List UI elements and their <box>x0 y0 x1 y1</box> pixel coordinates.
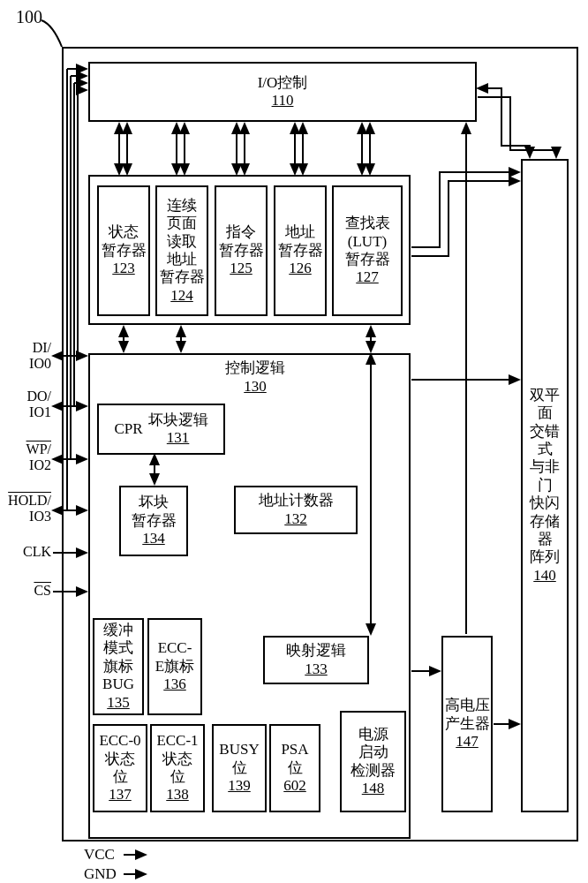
pin-di-2: IO0 <box>29 356 51 371</box>
psa-box: PSA 位 602 <box>269 724 320 812</box>
ecc0-num: 137 <box>109 786 132 804</box>
addr-counter-num: 132 <box>284 510 307 528</box>
ref-number: 100 <box>16 7 42 27</box>
io-control-num: 110 <box>272 92 294 109</box>
pin-do-1: DO/ <box>26 389 51 404</box>
psd-l3: 检测器 <box>351 762 396 780</box>
control-logic-label: 控制逻辑 130 <box>225 358 285 396</box>
pin-di: DI/ IO0 <box>7 340 51 372</box>
pin-wp: WP/ IO2 <box>7 442 51 473</box>
ecc1-l1: ECC-1 <box>156 732 198 750</box>
cl-num: 130 <box>244 378 267 395</box>
ecce-flag: ECC- E旗标 136 <box>147 618 202 715</box>
io-control-box: I/O控制 110 <box>88 62 477 122</box>
pin-hold-2: IO3 <box>29 509 51 524</box>
arr-num: 140 <box>533 567 556 585</box>
vcc-label: VCC <box>84 846 115 863</box>
bug-flag: 缓冲 模式 旗标 BUG 135 <box>93 618 144 715</box>
arr-l6: 阵列 <box>530 548 560 566</box>
psd-l1: 电源 <box>358 726 388 743</box>
pin-clk: CLK <box>7 544 51 560</box>
ecce-l1: ECC- <box>158 639 192 657</box>
pin-gnd: GND <box>84 865 117 883</box>
instr-l2: 暂存器 <box>219 242 264 260</box>
gnd-label: GND <box>84 865 117 882</box>
pin-wp-2: IO2 <box>29 457 51 472</box>
memory-array: 双平面 交错式 与非门 快闪 存储器 阵列 140 <box>521 159 569 812</box>
bad-block-reg: 坏块 暂存器 134 <box>119 486 188 556</box>
psa-l1: PSA <box>281 741 308 758</box>
io-control-label: I/O控制 <box>258 74 308 92</box>
hv-l1: 高电压 <box>445 697 490 714</box>
pin-cs: CS <box>7 583 51 599</box>
cpr-bad-l2: 坏块逻辑 <box>148 411 208 429</box>
arr-l2: 交错式 <box>523 423 567 459</box>
bad-l1: 坏块 <box>139 494 169 511</box>
cpr-bad-l1: CPR <box>114 420 142 438</box>
lut-l3: 暂存器 <box>345 251 390 268</box>
addr-num: 126 <box>289 260 312 277</box>
addr-register: 地址 暂存器 126 <box>274 185 327 316</box>
bug-l4: BUG <box>102 675 134 693</box>
lut-num: 127 <box>356 268 379 286</box>
status-l2: 暂存器 <box>102 242 147 260</box>
lut-l1: 查找表 <box>345 215 390 232</box>
lut-l2: (LUT) <box>348 233 387 251</box>
addr-counter-label: 地址计数器 <box>259 492 334 509</box>
status-register: 状态 暂存器 123 <box>97 185 150 316</box>
pin-hold-1: HOLD/ <box>8 493 51 508</box>
cpr-l5: 暂存器 <box>160 268 205 286</box>
hv-l2: 产生器 <box>445 715 490 733</box>
busy-l1: BUSY <box>219 741 259 758</box>
cpr-l2: 页面 <box>167 215 197 232</box>
psd-box: 电源 启动 检测器 148 <box>340 711 406 812</box>
status-num: 123 <box>112 260 135 277</box>
ecc1-num: 138 <box>166 786 189 804</box>
instr-num: 125 <box>230 260 253 277</box>
cpr-l4: 地址 <box>167 251 197 268</box>
arr-l4: 快闪 <box>530 494 560 512</box>
cpr-l3: 读取 <box>167 233 197 251</box>
ecc0-l3: 位 <box>113 768 128 786</box>
hv-gen: 高电压 产生器 147 <box>441 636 493 812</box>
busy-l2: 位 <box>232 759 247 777</box>
ecc1-l2: 状态 <box>162 751 192 768</box>
map-label: 映射逻辑 <box>286 642 346 660</box>
map-num: 133 <box>305 660 328 678</box>
ecc0-l1: ECC-0 <box>99 732 140 750</box>
hv-num: 147 <box>456 733 479 751</box>
psd-num: 148 <box>362 780 385 797</box>
ecc1-box: ECC-1 状态 位 138 <box>150 724 205 812</box>
map-logic: 映射逻辑 133 <box>263 636 369 684</box>
bug-l2: 模式 <box>103 639 133 657</box>
cpr-num: 124 <box>170 287 193 305</box>
busy-box: BUSY 位 139 <box>212 724 267 812</box>
ecc0-box: ECC-0 状态 位 137 <box>93 724 147 812</box>
addr-l1: 地址 <box>285 223 315 241</box>
pin-hold: HOLD/ IO3 <box>0 493 51 525</box>
cpr-addr-register: 连续 页面 读取 地址 暂存器 124 <box>155 185 208 316</box>
pin-di-1: DI/ <box>33 340 51 355</box>
cl-label: 控制逻辑 <box>225 359 285 376</box>
busy-num: 139 <box>228 777 251 795</box>
lut-register: 查找表 (LUT) 暂存器 127 <box>332 185 403 316</box>
cpr-l1: 连续 <box>167 197 197 215</box>
psa-num: 602 <box>283 777 306 795</box>
pin-wp-1: WP/ <box>26 442 51 457</box>
ecc0-l2: 状态 <box>105 751 135 768</box>
arr-l3: 与非门 <box>523 458 567 494</box>
instr-l1: 指令 <box>226 223 256 241</box>
arr-l5: 存储器 <box>523 513 567 549</box>
ecce-l2: E旗标 <box>155 658 194 675</box>
bug-l3: 旗标 <box>103 658 133 675</box>
bug-l1: 缓冲 <box>103 622 133 639</box>
pin-vcc: VCC <box>84 846 115 864</box>
bug-num: 135 <box>107 694 130 712</box>
cpr-bad-logic: CPR 坏块逻辑 131 <box>97 404 225 455</box>
pin-do: DO/ IO1 <box>7 389 51 420</box>
ecc1-l3: 位 <box>170 768 185 786</box>
ecce-num: 136 <box>163 675 186 693</box>
bad-l2: 暂存器 <box>132 512 177 530</box>
status-l1: 状态 <box>109 223 139 241</box>
addr-counter: 地址计数器 132 <box>234 486 358 534</box>
